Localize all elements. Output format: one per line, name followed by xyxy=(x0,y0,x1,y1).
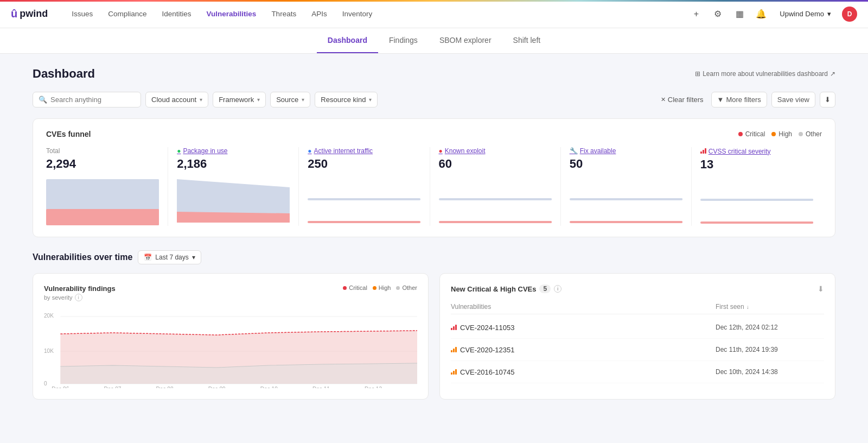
funnel-traffic-label[interactable]: ● Active internet traffic xyxy=(308,147,420,155)
chevron-down-icon: ▾ xyxy=(827,10,831,18)
page-title: Dashboard xyxy=(33,67,95,81)
search-icon: 🔍 xyxy=(39,96,47,104)
critical-label: Critical xyxy=(349,284,367,291)
svg-rect-7 xyxy=(439,221,552,223)
funnel-total-bar xyxy=(46,176,159,225)
subtitle-text: by severity xyxy=(44,294,73,301)
first-seen-label: First seen xyxy=(716,303,744,311)
y-label-20k: 20K xyxy=(44,313,54,319)
chart-legend: Critical High Other xyxy=(343,284,417,291)
svg-rect-9 xyxy=(570,221,682,223)
nav-threats[interactable]: Threats xyxy=(265,7,303,21)
framework-label: Framework xyxy=(219,96,254,104)
cve-name-text-1: CVE-2024-11053 xyxy=(460,324,514,332)
funnel-cvss-label[interactable]: CVSS critical severity xyxy=(700,147,813,155)
x-dec10: Dec 10 xyxy=(260,386,278,388)
cve-date-3: Dec 10th, 2024 14:38 xyxy=(716,368,824,376)
tab-sbom-explorer[interactable]: SBOM explorer xyxy=(429,28,502,53)
funnel-total-label: Total xyxy=(46,147,159,155)
funnel-fix-label[interactable]: 🔧 Fix available xyxy=(570,147,682,155)
svg-rect-8 xyxy=(570,198,682,200)
sort-icon[interactable]: ↓ xyxy=(746,304,749,310)
cve-table-header: Vulnerabilities First seen ↓ xyxy=(451,300,824,314)
high-label: High xyxy=(379,284,391,291)
avatar[interactable]: D xyxy=(842,7,857,22)
funnel-package-svg xyxy=(177,176,290,225)
tab-findings[interactable]: Findings xyxy=(378,28,429,53)
high-dot xyxy=(373,286,376,290)
svg-rect-5 xyxy=(308,221,420,223)
chart-title-section: Vulnerability findings by severity i xyxy=(44,284,116,308)
chart-title: Vulnerability findings xyxy=(44,284,116,293)
cve-row-1[interactable]: CVE-2024-11053 Dec 12th, 2024 02:12 xyxy=(451,317,824,339)
export-button[interactable]: ⬇ xyxy=(820,92,835,107)
resource-kind-filter[interactable]: Resource kind ▾ xyxy=(315,92,378,107)
calendar-icon: 📅 xyxy=(144,254,152,261)
fix-icon: 🔧 xyxy=(570,147,578,155)
high-label: High xyxy=(778,130,792,138)
source-filter[interactable]: Source ▾ xyxy=(270,92,310,107)
funnel-exploit-label[interactable]: ● Known exploit xyxy=(439,147,552,155)
cve-name-text-3: CVE-2016-10745 xyxy=(460,368,514,376)
info-icon[interactable]: i xyxy=(75,294,82,301)
more-filters-button[interactable]: ▼ More filters xyxy=(711,92,767,107)
sub-nav: Dashboard Findings SBOM explorer Shift l… xyxy=(0,28,868,54)
more-filters-label: More filters xyxy=(726,96,761,104)
bar-chart-icon xyxy=(451,324,457,330)
time-range-label: Last 7 days xyxy=(155,254,188,261)
svg-rect-10 xyxy=(700,199,813,201)
other-label: Other xyxy=(806,130,822,138)
nav-vulnerabilities[interactable]: Vulnerabilities xyxy=(200,7,263,21)
layout-icon[interactable]: ▦ xyxy=(732,7,747,22)
funnel-total-svg xyxy=(46,176,159,225)
high-severity-icon xyxy=(451,345,457,354)
account-button[interactable]: Upwind Demo ▾ xyxy=(775,8,835,20)
nav-identities[interactable]: Identities xyxy=(156,7,198,21)
info-icon[interactable]: i xyxy=(554,285,561,293)
time-range-selector[interactable]: 📅 Last 7 days ▾ xyxy=(138,250,201,264)
clear-filters-button[interactable]: ✕ Clear filters xyxy=(658,93,707,106)
nav-right: + ⚙ ▦ 🔔 Upwind Demo ▾ D xyxy=(688,7,857,22)
learn-more-link[interactable]: ⊞ Learn more about vulnerabilities dashb… xyxy=(695,70,835,78)
search-input[interactable] xyxy=(50,96,135,104)
cve-name-1: CVE-2024-11053 xyxy=(451,323,716,332)
logo[interactable]: ûpwind xyxy=(11,8,48,20)
nav-issues[interactable]: Issues xyxy=(65,7,99,21)
nav-apis[interactable]: APIs xyxy=(305,7,334,21)
nav-compliance[interactable]: Compliance xyxy=(101,7,153,21)
add-button[interactable]: + xyxy=(688,7,704,22)
chevron-icon: ▾ xyxy=(200,97,202,103)
cloud-account-filter[interactable]: Cloud account ▾ xyxy=(145,92,208,107)
filters-row: 🔍 Cloud account ▾ Framework ▾ Source ▾ R… xyxy=(33,92,835,107)
tab-shift-left[interactable]: Shift left xyxy=(502,28,552,53)
cve-row-3[interactable]: CVE-2016-10745 Dec 10th, 2024 14:38 xyxy=(451,361,824,383)
tab-dashboard[interactable]: Dashboard xyxy=(317,28,378,53)
exploit-label-text: Known exploit xyxy=(445,147,486,155)
legend-high: High xyxy=(373,284,391,291)
framework-filter[interactable]: Framework ▾ xyxy=(213,92,266,107)
cve-row-2[interactable]: CVE-2020-12351 Dec 11th, 2024 19:39 xyxy=(451,339,824,361)
critical-label: Critical xyxy=(745,130,765,138)
funnel-col-total: Total 2,294 xyxy=(46,147,168,226)
high-severity-icon xyxy=(451,368,457,376)
funnel-traffic-svg xyxy=(308,176,420,225)
area-chart: 20K 10K 0 Dec 06 Dec 07 xyxy=(44,312,417,388)
funnel-package-label[interactable]: ● Package in use xyxy=(177,147,290,155)
save-view-button[interactable]: Save view xyxy=(771,92,815,107)
funnel-col-package: ● Package in use 2,186 xyxy=(168,147,299,226)
settings-icon[interactable]: ⚙ xyxy=(710,7,725,22)
search-input-wrap[interactable]: 🔍 xyxy=(33,92,141,107)
bell-icon[interactable]: 🔔 xyxy=(754,7,769,22)
account-label: Upwind Demo xyxy=(780,10,824,18)
download-button[interactable]: ⬇ xyxy=(818,284,824,293)
svg-rect-4 xyxy=(308,198,420,200)
svg-rect-6 xyxy=(439,198,552,200)
bar-chart-icon xyxy=(451,368,457,375)
chevron-icon: ▾ xyxy=(302,97,304,103)
critical-severity-icon xyxy=(451,323,457,332)
cve-date-1: Dec 12th, 2024 02:12 xyxy=(716,324,824,331)
legend-critical: Critical xyxy=(738,130,765,138)
external-link-icon: ↗ xyxy=(830,70,835,78)
nav-inventory[interactable]: Inventory xyxy=(336,7,379,21)
learn-more-icon: ⊞ xyxy=(695,70,700,78)
